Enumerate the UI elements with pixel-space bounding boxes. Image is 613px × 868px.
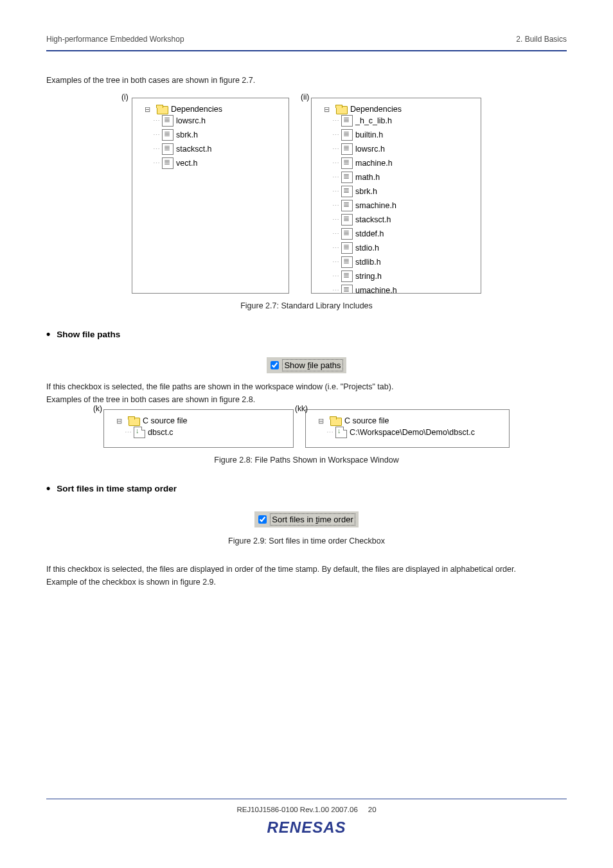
footer-rule — [46, 799, 567, 799]
tree-item-label: dbsct.c — [148, 428, 173, 437]
tree-item[interactable]: ⋯sbrk.h — [153, 128, 282, 142]
tree-branch-line: ⋯ — [332, 272, 339, 281]
figure-2-8: (k) C source file ⋯dbsct.c (kk) — [46, 408, 567, 448]
figure-2-8-caption: Figure 2.8: File Paths Shown in Workspac… — [46, 456, 567, 465]
tree-branch-line: ⋯ — [332, 131, 339, 139]
header-file-icon — [162, 157, 173, 169]
sort-files-checkbox[interactable]: Sort files in time order — [254, 511, 358, 527]
folder-icon — [336, 105, 348, 114]
tree-item[interactable]: ⋯machine.h — [332, 156, 474, 170]
footer-rev: REJ10J1586-0100 Rev.1.00 2007.06 — [236, 806, 357, 813]
tree-root-label[interactable]: C source file — [143, 416, 187, 425]
header-file-icon — [341, 270, 353, 282]
tree-i-label: (i) — [121, 93, 129, 102]
tree-k-label: (k) — [93, 404, 102, 413]
tree-item[interactable]: ⋯builtin.h — [332, 128, 474, 142]
page-header: High-performance Embedded Workshop 2. Bu… — [46, 35, 567, 44]
tree-root-label[interactable]: C source file — [344, 416, 389, 425]
header-file-icon — [341, 115, 353, 127]
tree-item[interactable]: ⋯vect.h — [153, 156, 282, 170]
tree-item[interactable]: ⋯dbsct.c — [125, 425, 287, 439]
header-file-icon — [162, 129, 173, 141]
header-section: 2. Build Basics — [516, 35, 567, 44]
tree-item[interactable]: ⋯lowsrc.h — [332, 142, 474, 156]
tree-panel-ii: (ii) Dependencies ⋯_h_c_lib.h⋯builtin.h⋯… — [311, 96, 481, 294]
sort-files-checkbox-figure: Sort files in time order — [46, 511, 567, 527]
folder-icon — [157, 105, 168, 114]
show-file-paths-input[interactable] — [271, 361, 279, 369]
tree-branch-line: ⋯ — [332, 159, 339, 168]
tree-branch-line: ⋯ — [332, 202, 339, 210]
header-file-icon — [341, 214, 353, 226]
checkbox-text-suffix: ime order — [318, 515, 353, 524]
tree-branch-line: ⋯ — [332, 145, 339, 154]
checkbox-text-prefix: Show — [284, 360, 307, 370]
tree-item-label: smachine.h — [355, 201, 396, 210]
tree-item-label: math.h — [355, 173, 380, 182]
folder-icon — [129, 416, 140, 425]
tree-item-label: stacksct.h — [355, 215, 391, 224]
tree-branch-line: ⋯ — [332, 188, 339, 196]
sort-files-input[interactable] — [258, 515, 267, 524]
source-file-icon — [335, 427, 347, 438]
show-file-paths-checkbox-figure: Show file paths — [46, 357, 567, 373]
tree-item-label: lowsrc.h — [355, 145, 385, 154]
tree-expand-icon[interactable] — [319, 105, 333, 114]
tree-item[interactable]: ⋯stdlib.h — [332, 255, 474, 269]
tree-item[interactable]: ⋯smachine.h — [332, 199, 474, 213]
tree-panel-k: (k) C source file ⋯dbsct.c — [103, 408, 294, 448]
tree-item-label: C:\Workspace\Demo\Demo\dbsct.c — [350, 428, 475, 437]
tree-item[interactable]: ⋯_h_c_lib.h — [332, 114, 474, 128]
tree-branch-line: ⋯ — [153, 131, 159, 139]
tree-item[interactable]: ⋯umachine.h — [332, 283, 474, 294]
header-file-icon — [341, 228, 353, 240]
renesas-logo: RENESAS — [46, 819, 567, 837]
tree-item[interactable]: ⋯stdio.h — [332, 241, 474, 255]
tree-item[interactable]: ⋯C:\Workspace\Demo\Demo\dbsct.c — [326, 425, 502, 439]
bullet-dot: • — [46, 330, 50, 339]
tree-item-label: stdlib.h — [355, 258, 381, 267]
tree-item[interactable]: ⋯sbrk.h — [332, 184, 474, 199]
footer: REJ10J1586-0100 Rev.1.00 2007.06 20 — [46, 806, 567, 813]
folder-icon — [330, 416, 342, 425]
tree-item[interactable]: ⋯lowsrc.h — [153, 114, 282, 128]
tree-item-label: machine.h — [355, 159, 393, 168]
tree-expand-icon[interactable] — [140, 105, 154, 114]
checkbox-text-prefix: Sort files in — [272, 515, 315, 524]
tree-branch-line: ⋯ — [332, 287, 339, 294]
tree-item-label: sbrk.h — [355, 187, 377, 196]
tree-item-label: stddef.h — [355, 229, 384, 238]
tree-item-label: _h_c_lib.h — [355, 116, 392, 125]
tree-item[interactable]: ⋯math.h — [332, 170, 474, 184]
figure-2-7: (i) Dependencies ⋯lowsrc.h⋯sbrk.h⋯stacks… — [46, 96, 567, 294]
bullet-k-heading: • Show file paths — [46, 330, 567, 339]
tree-branch-line: ⋯ — [332, 173, 339, 182]
tree-item[interactable]: ⋯stacksct.h — [153, 142, 282, 156]
figure-2-7-caption: Figure 2.7: Standard Library Includes — [46, 301, 567, 310]
tree-branch-line: ⋯ — [125, 429, 131, 437]
source-file-icon — [134, 427, 145, 438]
show-file-paths-checkbox[interactable]: Show file paths — [267, 357, 346, 373]
bullet-l-heading: • Sort files in time stamp order — [46, 484, 567, 493]
tree-root-label[interactable]: Dependencies — [350, 105, 402, 114]
tree-expand-icon[interactable] — [314, 417, 328, 425]
tree-branch-line: ⋯ — [332, 216, 339, 224]
header-product: High-performance Embedded Workshop — [46, 35, 184, 44]
bullet-k-title: Show file paths — [57, 330, 120, 339]
l-text-1: If this checkbox is selected, the files … — [46, 565, 567, 574]
header-file-icon — [341, 143, 353, 155]
tree-branch-line: ⋯ — [332, 117, 339, 125]
tree-root-label[interactable]: Dependencies — [171, 105, 222, 114]
tree-expand-icon[interactable] — [112, 417, 126, 425]
tree-ii-label: (ii) — [301, 93, 309, 102]
tree-item[interactable]: ⋯stddef.h — [332, 227, 474, 241]
tree-branch-line: ⋯ — [153, 159, 159, 168]
header-file-icon — [341, 242, 353, 254]
tree-item[interactable]: ⋯stacksct.h — [332, 213, 474, 227]
tree-item-label: vect.h — [176, 159, 197, 168]
intro-text: Examples of the tree in both cases are s… — [46, 76, 567, 85]
checkbox-text-suffix: ile paths — [310, 360, 341, 370]
header-file-icon — [341, 256, 353, 268]
tree-item[interactable]: ⋯string.h — [332, 269, 474, 283]
tree-item-label: stacksct.h — [176, 145, 212, 154]
